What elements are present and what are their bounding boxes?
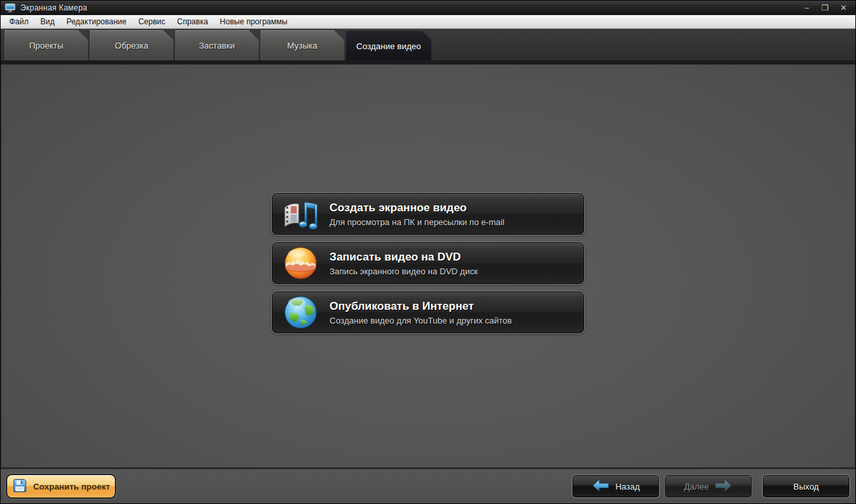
- save-project-button[interactable]: Сохранить проект: [6, 474, 116, 499]
- minimize-button[interactable]: –: [802, 3, 812, 12]
- publish-internet-button[interactable]: Опубликовать в Интернет Создание видео д…: [271, 291, 585, 334]
- next-button[interactable]: Далее: [664, 474, 752, 498]
- app-window: Экранная Камера – ❐ ✕ Файл Вид Редактиро…: [0, 0, 856, 504]
- tab-bar: Проекты Обрезка Заставки Музыка Создание…: [1, 29, 855, 64]
- back-button[interactable]: Назад: [572, 474, 660, 498]
- menu-item-service[interactable]: Сервис: [133, 15, 171, 28]
- tab-label: Проекты: [29, 41, 63, 51]
- back-arrow-icon: [591, 479, 610, 494]
- action-subtitle: Для просмотра на ПК и пересылки по e-mai…: [330, 217, 504, 227]
- window-controls: – ❐ ✕: [802, 3, 849, 12]
- tab-trimming[interactable]: Обрезка: [90, 30, 173, 60]
- next-button-label: Далее: [684, 482, 709, 492]
- menu-bar: Файл Вид Редактирование Сервис Справка Н…: [1, 15, 855, 29]
- save-icon: [12, 478, 28, 495]
- footer-bar: Сохранить проект Назад Далее: [1, 467, 855, 503]
- globe-icon: [282, 294, 319, 331]
- tab-projects[interactable]: Проекты: [5, 30, 88, 60]
- main-content: Создать экранное видео Для просмотра на …: [1, 64, 855, 467]
- action-list: Создать экранное видео Для просмотра на …: [271, 192, 585, 334]
- action-subtitle: Запись экранного видео на DVD диск: [330, 266, 478, 276]
- menu-item-file[interactable]: Файл: [3, 15, 35, 28]
- exit-button-label: Выход: [794, 482, 819, 492]
- menu-item-view[interactable]: Вид: [35, 15, 61, 28]
- tab-label: Обрезка: [115, 41, 148, 51]
- app-logo-icon: [5, 3, 16, 12]
- tab-intros[interactable]: Заставки: [175, 30, 259, 60]
- menu-item-new-programs[interactable]: Новые программы: [214, 15, 293, 28]
- dvd-icon: [282, 245, 319, 282]
- menu-item-edit[interactable]: Редактирование: [60, 15, 132, 28]
- action-title: Записать видео на DVD: [330, 251, 478, 264]
- burn-dvd-button[interactable]: Записать видео на DVD Запись экранного в…: [271, 242, 585, 285]
- save-button-label: Сохранить проект: [33, 482, 110, 492]
- tab-create-video[interactable]: Создание видео: [346, 30, 431, 62]
- title-bar: Экранная Камера – ❐ ✕: [1, 1, 855, 15]
- action-subtitle: Создание видео для YouTube и других сайт…: [330, 316, 512, 326]
- create-screen-video-button[interactable]: Создать экранное видео Для просмотра на …: [271, 192, 585, 236]
- window-title: Экранная Камера: [20, 3, 802, 12]
- action-title: Создать экранное видео: [330, 201, 504, 215]
- back-button-label: Назад: [615, 482, 639, 492]
- tab-label: Создание видео: [356, 41, 421, 51]
- tab-label: Заставки: [199, 41, 234, 51]
- exit-button[interactable]: Выход: [762, 474, 850, 498]
- next-arrow-icon: [714, 479, 733, 494]
- tab-music[interactable]: Музыка: [261, 30, 344, 60]
- close-button[interactable]: ✕: [838, 3, 849, 12]
- maximize-button[interactable]: ❐: [820, 3, 830, 12]
- tab-label: Музыка: [288, 41, 318, 51]
- menu-item-help[interactable]: Справка: [171, 15, 214, 28]
- action-title: Опубликовать в Интернет: [330, 300, 512, 313]
- screen-video-icon: [282, 196, 319, 232]
